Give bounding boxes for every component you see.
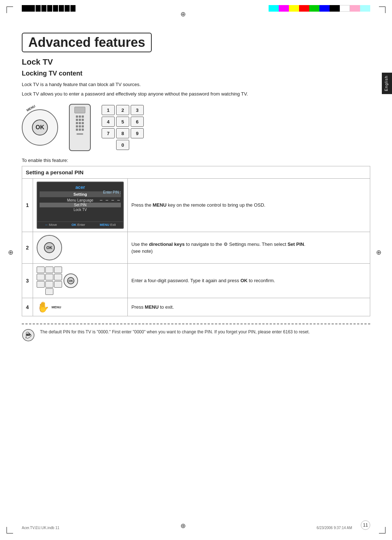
numpad-5: 5 [116,117,129,127]
osd-item-2: Lock TV [40,207,121,212]
corner-mark-tr [379,7,385,13]
mini-numpad [37,267,62,295]
step-text-3: Enter a four-digit password. Type it aga… [128,264,370,298]
numpad-9: 9 [131,128,144,138]
page-number: 11 [361,520,370,530]
note-text: The default PIN for this TV is "0000." F… [40,329,310,336]
osd-brand: acer [40,184,121,190]
steps-table: Setting a personal PIN 1 acer Setting Me… [22,166,370,316]
numpad-7: 7 [102,128,115,138]
footer-left: Acer.TV.EU.UK.indb 11 [22,526,60,530]
numpad-2: 2 [116,105,129,115]
section-title: Lock TV [22,57,370,67]
footer-right: 6/23/2006 9:37:14 AM [317,526,352,530]
osd-pin-dots: _ _ _ _ [100,195,121,200]
mini-ok-inner-step3: OK [67,277,74,284]
numpad-area: 1 2 3 4 5 6 7 8 9 0 [102,105,144,150]
table-row: 2 OK Use the directional keys to navigat… [22,232,370,264]
table-row: 3 OK Enter a four-digit password. Type i… [22,264,370,298]
numpad-4: 4 [102,117,115,127]
mini-remote-ok: OK [37,235,62,260]
note-icon: ✏ [22,329,35,344]
step-icon-3: OK [33,264,128,298]
table-row: 4 🤚 MENU Press MENU to exit. [22,298,370,316]
note-box: ✏ The default PIN for this TV is "0000."… [22,324,370,344]
steps-table-header: Setting a personal PIN [22,166,370,179]
remote-illustration: MENU OK [22,104,370,151]
numpad-0: 0 [116,140,129,150]
menu-label: MENU [26,104,36,112]
remote-row-3 [76,122,84,124]
reg-mark-top [180,10,188,18]
page-title: Advanced features [22,33,152,52]
mini-remote-label: MENU [52,305,61,309]
corner-mark-br [379,527,385,533]
remote-bottom-buttons [77,133,83,135]
osd-footer: ↔ Move OK Enter MENU Exit [37,222,123,227]
body-text-2: Lock TV allows you to enter a password a… [22,90,370,98]
mini-ok-inner: OK [44,242,55,253]
remote-ok-button: MENU OK [22,109,58,146]
enable-text: To enable this feature: [22,158,370,163]
numpad: 1 2 3 4 5 6 7 8 9 0 [102,105,144,150]
step-num-2: 2 [22,232,33,264]
step-text-2: Use the directional keys to navigate to … [128,232,370,264]
osd-item-1: Set PIN [40,203,121,207]
step-num-4: 4 [22,298,33,316]
subsection-title: Locking TV content [22,70,370,77]
remote-row-2 [76,119,84,121]
remote-body [69,104,91,151]
mini-ok-step3: OK [64,273,78,288]
reg-mark-right [376,248,384,256]
step-text-1: Press the MENU key on the remote control… [128,179,370,232]
numpad-6: 6 [131,117,144,127]
side-tab-english: English [382,73,392,94]
mini-menu-hand: 🤚 MENU [37,301,124,313]
svg-text:✏: ✏ [26,332,32,338]
color-bars-top [269,5,370,12]
hand-icon: 🤚 [37,301,49,313]
step-text-4: Press MENU to exit. [128,298,370,316]
reg-mark-left [8,248,16,256]
remote-screen [74,107,85,113]
note-svg-icon: ✏ [22,329,35,342]
corner-mark-bl [7,527,13,533]
step-icon-1: acer Setting Menu Language Set PIN Lock … [33,179,128,232]
main-content: Advanced features Lock TV Locking TV con… [22,22,370,525]
remote-row-4 [76,125,84,127]
numpad-3: 3 [131,105,144,115]
step-icon-4: 🤚 MENU [33,298,128,316]
corner-mark-tl [7,7,13,13]
osd-mockup: acer Setting Menu Language Set PIN Lock … [37,182,124,229]
numpad-1: 1 [102,105,115,115]
ok-inner: OK [32,119,48,135]
remote-row-1 [76,115,84,118]
step-num-3: 3 [22,264,33,298]
remote-row-5 [76,129,84,131]
numpad-ok-combo: OK [37,267,124,295]
numpad-8: 8 [116,128,129,138]
osd-enter-pin-label: Enter PIN : [103,190,121,194]
black-bars-top [22,5,75,12]
table-row: 1 acer Setting Menu Language Set PIN Loc… [22,179,370,232]
step-icon-2: OK [33,232,128,264]
step-num-1: 1 [22,179,33,232]
body-text-1: Lock TV is a handy feature that can bloc… [22,81,370,88]
